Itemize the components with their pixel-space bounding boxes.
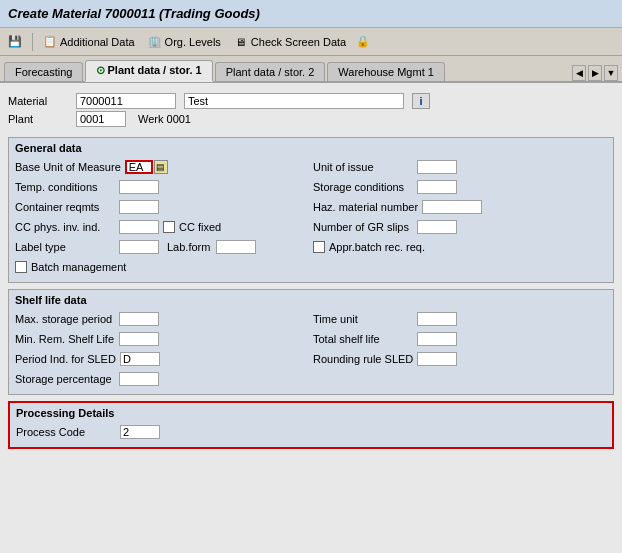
base-uom-input[interactable]: EA: [125, 160, 153, 174]
container-reqmts-label: Container reqmts: [15, 201, 115, 213]
container-reqmts-input[interactable]: [119, 200, 159, 214]
tab-warehouse-mgmt[interactable]: Warehouse Mgmt 1: [327, 62, 445, 81]
cc-fixed-label: CC fixed: [179, 221, 221, 233]
haz-material-input[interactable]: [422, 200, 482, 214]
additional-data-btn[interactable]: 📋 Additional Data: [39, 33, 138, 51]
storage-pct-label: Storage percentage: [15, 373, 115, 385]
batch-mgmt-label: Batch management: [31, 261, 126, 273]
general-data-grid: Base Unit of Measure EA ▤ Temp. conditio…: [15, 158, 607, 276]
additional-data-icon: 📋: [42, 34, 58, 50]
time-unit-label: Time unit: [313, 313, 413, 325]
plant-row: Plant 0001 Werk 0001: [8, 111, 614, 127]
tab-plant-data-1[interactable]: ⊙Plant data / stor. 1: [85, 60, 212, 82]
tab-forecasting[interactable]: Forecasting: [4, 62, 83, 81]
material-value[interactable]: 7000011: [76, 93, 176, 109]
separator1: [32, 33, 33, 51]
period-ind-label: Period Ind. for SLED: [15, 353, 116, 365]
rounding-rule-label: Rounding rule SLED: [313, 353, 413, 365]
time-unit-input[interactable]: [417, 312, 457, 326]
storage-conditions-label: Storage conditions: [313, 181, 413, 193]
plant-label: Plant: [8, 113, 68, 125]
check-screen-icon: 🖥: [233, 34, 249, 50]
tab-nav-list[interactable]: ▼: [604, 65, 618, 81]
general-data-section: General data Base Unit of Measure EA ▤ T…: [8, 137, 614, 283]
tab-nav-left[interactable]: ◀: [572, 65, 586, 81]
org-levels-icon: 🏢: [147, 34, 163, 50]
label-type-input[interactable]: [119, 240, 159, 254]
haz-material-label: Haz. material number: [313, 201, 418, 213]
plant-desc: Werk 0001: [138, 113, 191, 125]
cc-phys-inv-label: CC phys. inv. ind.: [15, 221, 115, 233]
toolbar: 💾 📋 Additional Data 🏢 Org. Levels 🖥 Chec…: [0, 28, 622, 56]
shelf-life-title: Shelf life data: [15, 294, 607, 306]
page-title: Create Material 7000011 (Trading Goods): [8, 6, 260, 21]
tabs-bar: Forecasting ⊙Plant data / stor. 1 Plant …: [0, 56, 622, 83]
org-levels-btn[interactable]: 🏢 Org. Levels: [144, 33, 224, 51]
uom-search-btn[interactable]: ▤: [154, 160, 168, 174]
min-rem-input[interactable]: [119, 332, 159, 346]
storage-conditions-input[interactable]: [417, 180, 457, 194]
save-icon: 💾: [7, 34, 23, 50]
cc-phys-inv-input[interactable]: [119, 220, 159, 234]
tab-plant-data-2[interactable]: Plant data / stor. 2: [215, 62, 326, 81]
num-gr-slips-label: Number of GR slips: [313, 221, 413, 233]
max-storage-input[interactable]: [119, 312, 159, 326]
general-right-col: Unit of issue Storage conditions Haz. ma…: [313, 158, 607, 276]
material-desc[interactable]: Test: [184, 93, 404, 109]
shelf-life-section: Shelf life data Max. storage period Min.…: [8, 289, 614, 395]
main-content: Material 7000011 Test i Plant 0001 Werk …: [0, 83, 622, 553]
tab-navigation: ◀ ▶ ▼: [572, 65, 618, 81]
max-storage-label: Max. storage period: [15, 313, 115, 325]
process-code-row: Process Code 2: [16, 423, 606, 441]
base-uom-label: Base Unit of Measure: [15, 161, 121, 173]
label-type-label: Label type: [15, 241, 115, 253]
lock-icon: 🔒: [355, 34, 371, 50]
material-row: Material 7000011 Test i: [8, 93, 614, 109]
header-area: Material 7000011 Test i Plant 0001 Werk …: [8, 89, 614, 131]
min-rem-label: Min. Rem. Shelf Life: [15, 333, 115, 345]
material-label: Material: [8, 95, 68, 107]
temp-conditions-label: Temp. conditions: [15, 181, 115, 193]
processing-details-title: Processing Details: [16, 407, 606, 419]
shelf-right-col: Time unit Total shelf life Rounding rule…: [313, 310, 607, 388]
unit-of-issue-input[interactable]: [417, 160, 457, 174]
lab-form-input[interactable]: [216, 240, 256, 254]
lab-form-label: Lab.form: [167, 241, 210, 253]
title-bar: Create Material 7000011 (Trading Goods): [0, 0, 622, 28]
temp-conditions-input[interactable]: [119, 180, 159, 194]
process-code-label: Process Code: [16, 426, 116, 438]
batch-mgmt-checkbox[interactable]: [15, 261, 27, 273]
unit-of-issue-label: Unit of issue: [313, 161, 413, 173]
total-shelf-label: Total shelf life: [313, 333, 413, 345]
tab-plant-data-1-icon: ⊙: [96, 64, 105, 76]
base-uom-row: Base Unit of Measure EA ▤ Temp. conditio…: [15, 158, 309, 276]
total-shelf-input[interactable]: [417, 332, 457, 346]
shelf-left-col: Max. storage period Min. Rem. Shelf Life…: [15, 310, 309, 388]
processing-details-section: Processing Details Process Code 2: [8, 401, 614, 449]
storage-pct-input[interactable]: [119, 372, 159, 386]
info-button[interactable]: i: [412, 93, 430, 109]
check-screen-data-btn[interactable]: 🖥 Check Screen Data: [230, 33, 349, 51]
rounding-rule-input[interactable]: [417, 352, 457, 366]
toolbar-save[interactable]: 💾: [4, 33, 26, 51]
plant-value[interactable]: 0001: [76, 111, 126, 127]
num-gr-slips-input[interactable]: [417, 220, 457, 234]
shelf-life-grid: Max. storage period Min. Rem. Shelf Life…: [15, 310, 607, 388]
process-code-input[interactable]: 2: [120, 425, 160, 439]
period-ind-input[interactable]: D: [120, 352, 160, 366]
cc-fixed-checkbox[interactable]: [163, 221, 175, 233]
appr-batch-checkbox[interactable]: [313, 241, 325, 253]
uom-container: EA ▤: [125, 160, 168, 174]
tab-nav-right[interactable]: ▶: [588, 65, 602, 81]
appr-batch-label: Appr.batch rec. req.: [329, 241, 425, 253]
general-data-title: General data: [15, 142, 607, 154]
